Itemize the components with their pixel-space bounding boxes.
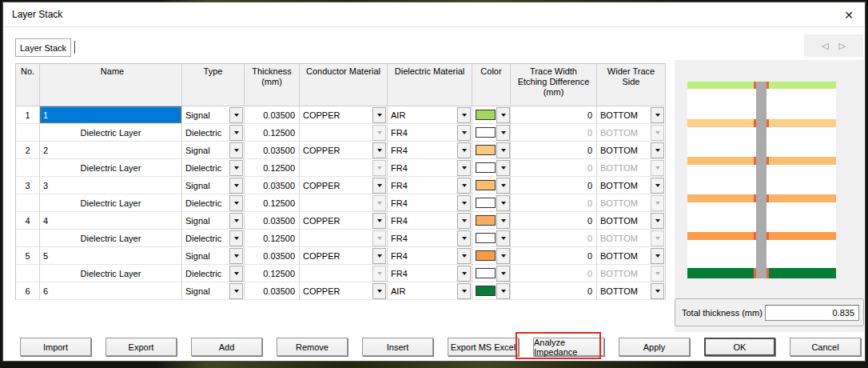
conductor-dropdown-button[interactable]	[372, 142, 386, 158]
thickness-cell[interactable]: 0.12500	[245, 159, 300, 177]
color-dropdown-button[interactable]	[496, 230, 510, 246]
export-button[interactable]: Export	[106, 338, 177, 356]
layer-name-cell[interactable]: Dielectric Layer	[40, 124, 182, 142]
layer-name-cell[interactable]: Dielectric Layer	[40, 265, 182, 282]
side-dropdown-button[interactable]	[651, 213, 664, 229]
side-dropdown-button[interactable]	[651, 125, 664, 141]
side-dropdown-button[interactable]	[651, 248, 664, 264]
conductor-dropdown-button[interactable]	[372, 107, 386, 123]
etch-difference-cell[interactable]: 0	[511, 159, 597, 177]
thickness-cell[interactable]: 0.03500	[245, 177, 300, 194]
layer-name-cell[interactable]: 1	[40, 106, 182, 124]
layer-color-swatch[interactable]	[476, 110, 496, 120]
side-dropdown-button[interactable]	[651, 107, 664, 123]
layer-color-swatch[interactable]	[476, 162, 496, 173]
side-dropdown-button[interactable]	[651, 266, 664, 282]
layer-name-cell[interactable]: 4	[40, 212, 182, 230]
insert-button[interactable]: Insert	[362, 338, 433, 356]
color-dropdown-button[interactable]	[496, 125, 510, 141]
color-dropdown-button[interactable]	[496, 107, 510, 123]
add-button[interactable]: Add	[191, 338, 262, 356]
type-dropdown-button[interactable]	[229, 213, 243, 229]
etch-difference-cell[interactable]: 0	[511, 230, 597, 247]
layer-color-swatch[interactable]	[476, 180, 496, 190]
type-dropdown-button[interactable]	[229, 230, 243, 246]
color-dropdown-button[interactable]	[496, 266, 510, 282]
tab-layer-stack[interactable]: Layer Stack	[15, 38, 71, 57]
type-dropdown-button[interactable]	[229, 178, 243, 194]
dielectric-dropdown-button[interactable]	[457, 266, 471, 282]
etch-difference-cell[interactable]: 0	[511, 265, 597, 282]
thickness-cell[interactable]: 0.03500	[245, 247, 300, 265]
ok-button[interactable]: OK	[704, 338, 775, 356]
layer-name-cell[interactable]: Dielectric Layer	[40, 159, 182, 177]
type-dropdown-button[interactable]	[229, 160, 243, 176]
conductor-dropdown-button[interactable]	[372, 160, 386, 176]
layer-color-swatch[interactable]	[476, 145, 496, 155]
dielectric-dropdown-button[interactable]	[457, 107, 471, 123]
layer-color-swatch[interactable]	[476, 127, 496, 138]
etch-difference-cell[interactable]: 0	[511, 106, 597, 124]
color-dropdown-button[interactable]	[496, 213, 510, 229]
type-dropdown-button[interactable]	[229, 125, 243, 141]
conductor-dropdown-button[interactable]	[372, 248, 386, 264]
layer-name-cell[interactable]: Dielectric Layer	[40, 230, 182, 247]
side-dropdown-button[interactable]	[651, 160, 664, 176]
layer-name-cell[interactable]: 5	[40, 247, 182, 265]
layer-color-swatch[interactable]	[476, 268, 496, 278]
thickness-cell[interactable]: 0.12500	[245, 230, 300, 247]
etch-difference-cell[interactable]: 0	[511, 177, 597, 194]
etch-difference-cell[interactable]: 0	[511, 124, 597, 142]
conductor-dropdown-button[interactable]	[372, 266, 386, 282]
close-icon[interactable]: ✕	[841, 7, 857, 23]
layer-color-swatch[interactable]	[476, 198, 496, 208]
color-dropdown-button[interactable]	[496, 283, 510, 299]
thickness-cell[interactable]: 0.12500	[245, 194, 300, 212]
etch-difference-cell[interactable]: 0	[511, 142, 597, 159]
layer-color-swatch[interactable]	[476, 233, 496, 243]
conductor-dropdown-button[interactable]	[372, 283, 386, 299]
side-dropdown-button[interactable]	[651, 230, 664, 246]
type-dropdown-button[interactable]	[229, 142, 243, 158]
side-dropdown-button[interactable]	[651, 178, 664, 194]
thickness-cell[interactable]: 0.12500	[245, 124, 300, 142]
conductor-dropdown-button[interactable]	[372, 125, 386, 141]
etch-difference-cell[interactable]: 0	[511, 282, 597, 300]
dielectric-dropdown-button[interactable]	[457, 178, 471, 194]
dielectric-dropdown-button[interactable]	[457, 248, 471, 264]
dielectric-dropdown-button[interactable]	[457, 195, 471, 211]
export-ms-excel-button[interactable]: Export MS Excel	[448, 338, 519, 356]
layer-color-swatch[interactable]	[476, 286, 496, 296]
type-dropdown-button[interactable]	[229, 283, 243, 299]
thickness-cell[interactable]: 0.03500	[245, 106, 300, 124]
color-dropdown-button[interactable]	[496, 178, 510, 194]
conductor-dropdown-button[interactable]	[372, 178, 386, 194]
etch-difference-cell[interactable]: 0	[511, 212, 597, 230]
type-dropdown-button[interactable]	[229, 195, 243, 211]
thickness-cell[interactable]: 0.03500	[245, 212, 300, 230]
remove-button[interactable]: Remove	[277, 338, 348, 356]
apply-button[interactable]: Apply	[619, 338, 690, 356]
thickness-cell[interactable]: 0.12500	[245, 265, 300, 282]
tab-prev-icon[interactable]: ◁	[822, 41, 828, 51]
type-dropdown-button[interactable]	[229, 266, 243, 282]
etch-difference-cell[interactable]: 0	[511, 247, 597, 265]
side-dropdown-button[interactable]	[651, 283, 664, 299]
color-dropdown-button[interactable]	[496, 160, 510, 176]
color-dropdown-button[interactable]	[496, 195, 510, 211]
thickness-cell[interactable]: 0.03500	[245, 142, 300, 159]
layer-name-cell[interactable]: 2	[40, 142, 182, 159]
analyze-impedance-button[interactable]: Analyze Impedance	[533, 338, 604, 356]
layer-name-cell[interactable]: 3	[40, 177, 182, 194]
type-dropdown-button[interactable]	[229, 107, 243, 123]
layer-color-swatch[interactable]	[476, 250, 496, 261]
type-dropdown-button[interactable]	[229, 248, 243, 264]
dielectric-dropdown-button[interactable]	[457, 283, 471, 299]
etch-difference-cell[interactable]: 0	[511, 194, 597, 212]
conductor-dropdown-button[interactable]	[372, 213, 386, 229]
color-dropdown-button[interactable]	[496, 142, 510, 158]
layer-color-swatch[interactable]	[476, 215, 496, 226]
thickness-cell[interactable]: 0.03500	[245, 282, 300, 300]
dielectric-dropdown-button[interactable]	[457, 142, 471, 158]
color-dropdown-button[interactable]	[496, 248, 510, 264]
